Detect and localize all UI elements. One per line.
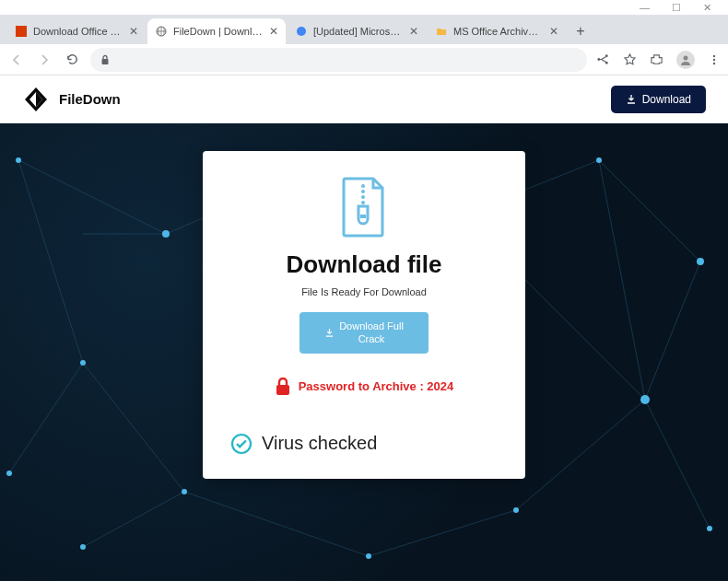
svg-line-18 — [599, 160, 700, 261]
brand-logo-icon — [22, 86, 50, 113]
card-title: Download file — [287, 250, 442, 279]
favicon-icon — [15, 25, 28, 38]
tab-close-icon[interactable]: ✕ — [129, 25, 138, 38]
svg-point-9 — [713, 58, 715, 60]
tab-title: FileDown | Download file — [173, 26, 264, 37]
svg-point-6 — [597, 58, 600, 61]
download-button-label: Download FullCrack — [339, 320, 404, 346]
brand-name: FileDown — [59, 91, 121, 107]
new-tab-button[interactable]: + — [568, 18, 593, 44]
tab-0[interactable]: Download Office 365 Pro Plus F ✕ — [7, 18, 146, 44]
svg-point-7 — [684, 55, 688, 60]
svg-point-10 — [713, 62, 715, 64]
svg-line-14 — [83, 363, 184, 492]
svg-point-43 — [361, 190, 365, 193]
site-header: FileDown Download — [0, 76, 728, 123]
svg-point-41 — [80, 544, 86, 550]
window-minimize-icon[interactable]: — — [640, 2, 650, 13]
zip-file-icon — [338, 177, 390, 238]
tab-title: Download Office 365 Pro Plus F — [33, 26, 123, 37]
svg-line-11 — [18, 160, 166, 234]
header-download-button[interactable]: Download — [611, 86, 706, 113]
svg-point-2 — [297, 27, 306, 36]
svg-point-39 — [513, 507, 519, 513]
svg-point-30 — [80, 360, 86, 366]
extensions-icon[interactable] — [650, 52, 663, 66]
download-full-crack-button[interactable]: Download FullCrack — [299, 312, 429, 354]
tab-3[interactable]: MS Office Archives - Crack 4 PC ✕ — [428, 18, 566, 44]
toolbar-right — [596, 51, 721, 69]
svg-point-35 — [596, 157, 602, 163]
window-controls: — ☐ ✕ — [0, 0, 728, 15]
svg-line-13 — [9, 363, 83, 473]
profile-avatar[interactable] — [676, 51, 695, 69]
password-row: Password to Archive : 2024 — [275, 378, 454, 396]
svg-rect-46 — [360, 215, 366, 218]
svg-point-40 — [366, 553, 371, 559]
tab-close-icon[interactable]: ✕ — [549, 25, 558, 38]
svg-point-32 — [182, 489, 187, 494]
svg-point-4 — [605, 54, 608, 57]
svg-point-38 — [707, 526, 712, 531]
window-maximize-icon[interactable]: ☐ — [672, 2, 681, 14]
hero-background: Download file File Is Ready For Download… — [0, 123, 728, 581]
lock-icon — [100, 54, 111, 65]
svg-point-5 — [605, 62, 608, 64]
address-bar[interactable] — [90, 48, 587, 72]
svg-line-26 — [18, 160, 83, 363]
share-icon[interactable] — [596, 52, 610, 66]
tab-strip: Download Office 365 Pro Plus F ✕ FileDow… — [0, 15, 728, 44]
tab-close-icon[interactable]: ✕ — [409, 25, 418, 38]
bookmark-icon[interactable] — [623, 52, 637, 66]
svg-point-8 — [713, 54, 715, 56]
svg-point-31 — [6, 471, 12, 476]
brand: FileDown — [22, 86, 121, 113]
svg-point-44 — [361, 195, 365, 199]
tab-close-icon[interactable]: ✕ — [269, 25, 278, 38]
svg-line-19 — [645, 261, 700, 400]
tab-1[interactable]: FileDown | Download file ✕ — [147, 18, 286, 44]
password-text: Password to Archive : 2024 — [299, 379, 454, 393]
svg-point-45 — [361, 201, 365, 204]
svg-point-42 — [361, 184, 365, 188]
favicon-icon — [295, 25, 308, 38]
svg-point-29 — [162, 230, 170, 238]
virus-checked-row: Virus checked — [230, 433, 377, 455]
padlock-icon — [275, 378, 291, 396]
svg-line-21 — [516, 400, 645, 510]
browser-toolbar — [0, 44, 728, 76]
svg-line-23 — [184, 492, 369, 556]
forward-button[interactable] — [35, 51, 53, 69]
svg-rect-0 — [16, 26, 27, 37]
card-subtitle: File Is Ready For Download — [301, 286, 427, 297]
checkmark-circle-icon — [230, 433, 252, 455]
virus-checked-label: Virus checked — [262, 433, 377, 454]
reload-button[interactable] — [63, 51, 81, 69]
svg-point-37 — [640, 395, 650, 404]
svg-line-22 — [369, 510, 516, 556]
svg-line-24 — [83, 492, 184, 547]
svg-rect-3 — [102, 59, 109, 64]
folder-icon — [435, 25, 448, 38]
tab-title: MS Office Archives - Crack 4 PC — [453, 26, 544, 37]
tab-title: [Updated] Microsoft Office Cra… — [313, 26, 404, 37]
download-card: Download file File Is Ready For Download… — [203, 151, 525, 479]
window-close-icon[interactable]: ✕ — [703, 2, 711, 14]
globe-icon — [155, 25, 168, 38]
svg-line-27 — [599, 160, 645, 400]
download-icon — [324, 328, 335, 338]
svg-point-28 — [16, 157, 21, 163]
svg-line-20 — [645, 400, 710, 529]
menu-icon[interactable] — [708, 53, 721, 66]
svg-rect-47 — [276, 385, 289, 395]
back-button[interactable] — [7, 51, 26, 69]
svg-point-36 — [697, 258, 704, 265]
header-download-label: Download — [642, 93, 691, 106]
download-icon — [626, 94, 637, 105]
tab-2[interactable]: [Updated] Microsoft Office Cra… ✕ — [288, 18, 426, 44]
